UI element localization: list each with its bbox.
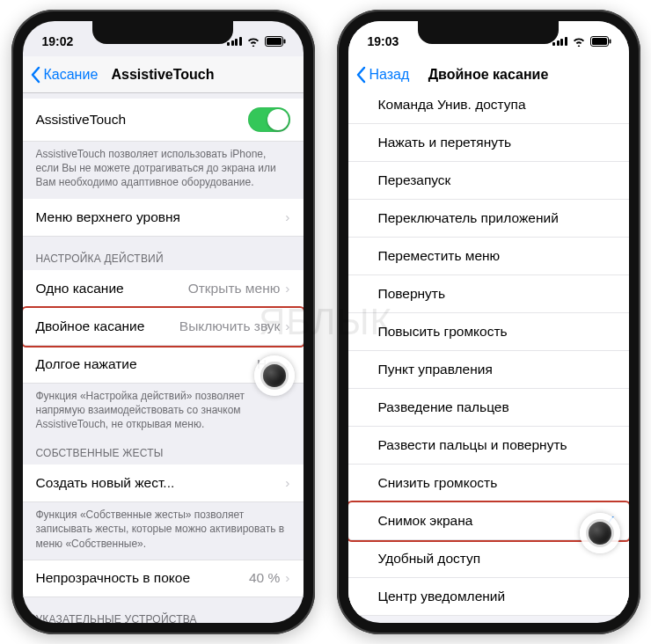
toggle-switch-on[interactable] bbox=[248, 107, 290, 132]
row-value: Выключить звук bbox=[179, 318, 281, 334]
row-label: Меню верхнего уровня bbox=[36, 209, 181, 225]
option-row[interactable]: Переместить меню bbox=[348, 238, 629, 275]
battery-icon bbox=[265, 36, 286, 47]
opacity-row[interactable]: Непрозрачность в покое 40 %› bbox=[23, 560, 304, 597]
option-label: Снизить громкость bbox=[378, 475, 498, 491]
pointer-devices-header: УКАЗАТЕЛЬНЫЕ УСТРОЙСТВА bbox=[23, 597, 304, 623]
settings-content[interactable]: AssistiveTouch AssistiveTouch позволяет … bbox=[23, 93, 304, 623]
option-label: Нажать и перетянуть bbox=[378, 135, 512, 150]
toggle-footer: AssistiveTouch позволяет использовать iP… bbox=[23, 142, 304, 199]
option-row[interactable]: Повысить громкость bbox=[348, 313, 629, 351]
status-time: 19:02 bbox=[42, 34, 74, 48]
option-label: Переключатель приложений bbox=[378, 210, 559, 226]
svg-rect-5 bbox=[609, 40, 611, 44]
option-row[interactable]: Снизить громкость bbox=[348, 465, 629, 502]
option-row[interactable]: Повернуть bbox=[348, 275, 629, 313]
row-label: Одно касание bbox=[36, 281, 124, 296]
option-label: Пункт управления bbox=[378, 362, 493, 377]
option-label: Снимок экрана bbox=[378, 513, 473, 529]
option-label: Удобный доступ bbox=[378, 551, 481, 567]
row-label: Непрозрачность в покое bbox=[36, 570, 191, 586]
svg-rect-4 bbox=[592, 38, 607, 45]
top-level-menu-row[interactable]: Меню верхнего уровня › bbox=[23, 199, 304, 237]
chevron-right-icon: › bbox=[285, 570, 289, 586]
option-row[interactable]: Перезапуск bbox=[348, 162, 629, 200]
single-tap-row[interactable]: Одно касание Открыть меню› bbox=[23, 270, 304, 308]
wifi-icon bbox=[572, 36, 586, 47]
option-label: Повернуть bbox=[378, 286, 446, 302]
option-row[interactable]: Нажать и перетянуть bbox=[348, 124, 629, 162]
chevron-right-icon: › bbox=[285, 318, 289, 334]
chevron-right-icon: › bbox=[285, 281, 289, 296]
chevron-right-icon: › bbox=[285, 475, 289, 491]
option-row[interactable]: Развести пальцы и повернуть bbox=[348, 427, 629, 465]
option-label: Перезапуск bbox=[378, 172, 451, 188]
phone-right: 19:03 Назад Двойное касание Команда Унив… bbox=[337, 10, 640, 634]
nav-bar: Касание AssistiveTouch bbox=[23, 56, 304, 93]
page-title: Двойное касание bbox=[348, 67, 629, 83]
notch bbox=[92, 21, 233, 44]
option-label: Разведение пальцев bbox=[378, 399, 509, 415]
battery-icon bbox=[590, 36, 611, 47]
actions-header: НАСТРОЙКА ДЕЙСТВИЙ bbox=[23, 237, 304, 270]
custom-gestures-header: СОБСТВЕННЫЕ ЖЕСТЫ bbox=[23, 440, 304, 465]
option-row[interactable]: Центр уведомлений bbox=[348, 578, 629, 616]
option-row[interactable]: Команда Унив. доступа bbox=[348, 86, 629, 124]
actions-footer: Функция «Настройка действий» позволяет н… bbox=[23, 384, 304, 441]
chevron-right-icon: › bbox=[285, 209, 289, 225]
phone-left: 19:02 Касание AssistiveTouch AssistiveTo bbox=[11, 10, 315, 634]
status-time: 19:03 bbox=[368, 34, 399, 48]
svg-rect-2 bbox=[283, 40, 285, 44]
assistivetouch-floating-button[interactable] bbox=[580, 513, 620, 553]
page-title: AssistiveTouch bbox=[23, 67, 304, 83]
row-label: Двойное касание bbox=[36, 318, 145, 334]
svg-rect-1 bbox=[267, 38, 282, 45]
option-label: Повысить громкость bbox=[378, 324, 508, 340]
option-row[interactable]: Переключатель приложений bbox=[348, 200, 629, 238]
row-value: Открыть меню bbox=[188, 281, 281, 296]
custom-gestures-footer: Функция «Собственные жесты» позволяет за… bbox=[23, 502, 304, 560]
option-label: Центр уведомлений bbox=[378, 589, 506, 604]
wifi-icon bbox=[246, 36, 260, 47]
option-label: Развести пальцы и повернуть bbox=[378, 437, 567, 453]
assistivetouch-floating-button[interactable] bbox=[254, 355, 295, 396]
create-gesture-row[interactable]: Создать новый жест... › bbox=[23, 465, 304, 502]
option-row[interactable]: Разведение пальцев bbox=[348, 389, 629, 427]
assistivetouch-toggle-row[interactable]: AssistiveTouch bbox=[23, 99, 304, 142]
option-row[interactable]: Пункт управления bbox=[348, 351, 629, 389]
notch bbox=[418, 21, 559, 44]
toggle-label: AssistiveTouch bbox=[36, 112, 127, 128]
option-label: Команда Унив. доступа bbox=[378, 97, 526, 113]
double-tap-row[interactable]: Двойное касание Выключить звук› bbox=[23, 308, 304, 346]
row-label: Создать новый жест... bbox=[36, 475, 175, 491]
option-label: Переместить меню bbox=[378, 248, 501, 264]
row-value: 40 % bbox=[249, 570, 280, 586]
row-label: Долгое нажатие bbox=[36, 356, 137, 372]
